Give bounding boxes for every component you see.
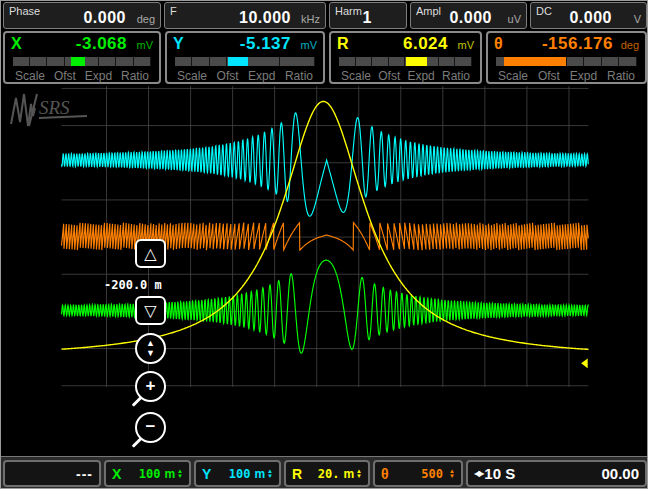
r-ofst-button[interactable]: Ofst [378,69,400,83]
readout-r-value: 6.024 [403,34,448,54]
r-scale-unit: m [343,467,354,481]
r-scale-label: R [292,466,302,482]
horizontal-arrows-icon: ◀▶ [474,469,482,478]
scope-traces [1,86,648,456]
y-ofst-button[interactable]: Ofst [217,69,239,83]
phase-field[interactable]: Phase 0.000 deg [3,2,161,29]
amplitude-label: Ampl [416,5,441,17]
theta-scale-spinner-icon[interactable]: ▲▼ [449,469,455,479]
readout-panel-y[interactable]: Y -5.137 mV Scale Ofst Expd Ratio [165,31,325,84]
readout-y-label: Y [173,35,184,53]
zoom-in-button[interactable]: + [135,371,166,402]
frequency-label: F [170,5,177,17]
readout-theta-value: -156.176 [542,34,613,54]
pan-up-icon: ▲ [146,340,155,347]
theta-ratio-button[interactable]: Ratio [607,69,635,83]
srs-logo: SRS [7,92,93,128]
y-ratio-button[interactable]: Ratio [285,69,313,83]
readout-r-label: R [337,35,349,53]
zoom-out-icon: − [146,418,156,435]
y-expd-button[interactable]: Expd [248,69,275,83]
y-scale-label: Y [202,466,211,482]
frequency-value: 10.000 [239,11,291,25]
x-scale-value: 100 [139,467,161,481]
srs-logo-text: SRS [39,97,70,118]
r-scale-spinner-icon[interactable]: ▲▼ [356,469,362,479]
x-expd-button[interactable]: Expd [85,69,112,83]
r-scale-value: 20. [318,467,340,481]
x-scale-label: X [112,466,121,482]
y-scale-cell[interactable]: Y 100 m ▲▼ [194,460,281,487]
y-scale-spinner-icon[interactable]: ▲▼ [267,469,273,479]
y-scale-button[interactable]: Scale [177,69,207,83]
dc-unit: V [615,13,641,25]
readout-theta-bar-indicator [504,57,566,66]
readout-r-unit: mV [448,39,474,51]
readout-panel-theta[interactable]: θ -156.176 deg Scale Ofst Expd Ratio [486,31,647,84]
r-scale-button[interactable]: Scale [341,69,371,83]
scale-up-button[interactable]: △ [135,239,166,268]
readout-panel-x[interactable]: X -3.068 mV Scale Ofst Expd Ratio [3,31,161,84]
scale-down-button[interactable]: ▽ [135,296,166,325]
readout-y-bargraph [175,57,315,66]
readout-y-unit: mV [291,39,317,51]
trigger-cell[interactable]: --- [3,460,101,487]
pan-vertical-button[interactable]: ▲ ▼ [135,333,166,364]
readout-theta-label: θ [494,35,503,53]
harmonic-label: Harm [335,5,362,17]
phase-label: Phase [9,5,40,17]
timebase-value: 10 S [484,465,515,482]
harmonic-value: 1 [363,11,372,25]
offset-readout: -200.0 m [104,278,162,292]
harmonic-field[interactable]: Harm 1 [329,2,407,29]
readout-y-value: -5.137 [240,34,291,54]
theta-scale-cell[interactable]: θ 500 ▲▼ [373,460,463,487]
theta-scale-label: θ [381,466,389,482]
x-ofst-button[interactable]: Ofst [54,69,76,83]
frequency-field[interactable]: F 10.000 kHz [164,2,326,29]
dc-field[interactable]: DC 0.000 V [530,2,647,29]
readout-r-bar-indicator [406,57,427,66]
trigger-value: --- [76,466,93,482]
readout-theta-bargraph [496,57,637,66]
dc-value: 0.000 [569,11,612,25]
y-scale-unit: m [254,467,265,481]
readout-x-label: X [11,35,22,53]
scope-display: SRS [1,86,648,456]
x-ratio-button[interactable]: Ratio [121,69,149,83]
zoom-in-icon: + [146,377,156,394]
trace-position-marker [581,358,588,368]
y-scale-value: 100 [229,467,251,481]
phase-value: 0.000 [83,11,126,25]
elapsed-time-value: 00.00 [601,465,639,482]
readout-y-bar-indicator [228,57,248,66]
amplitude-unit: uV [495,13,521,25]
readout-x-bargraph [13,57,151,66]
x-scale-cell[interactable]: X 100 m ▲▼ [104,460,191,487]
down-triangle-icon: ▽ [144,303,156,319]
zoom-out-button[interactable]: − [135,412,166,443]
lockin-screen: Phase 0.000 deg F 10.000 kHz Harm 1 Ampl… [0,0,648,489]
theta-ofst-button[interactable]: Ofst [538,69,560,83]
x-scale-spinner-icon[interactable]: ▲▼ [177,469,183,479]
bottom-scale-bar: --- X 100 m ▲▼ Y 100 m ▲▼ R 20. m ▲▼ θ 5… [1,456,648,489]
theta-expd-button[interactable]: Expd [570,69,597,83]
readout-x-bar-indicator [71,57,85,66]
phase-unit: deg [129,13,155,25]
x-scale-button[interactable]: Scale [15,69,45,83]
readout-x-value: -3.068 [76,34,127,54]
r-expd-button[interactable]: Expd [407,69,434,83]
readout-x-unit: mV [127,39,153,51]
theta-scale-button[interactable]: Scale [498,69,528,83]
r-ratio-button[interactable]: Ratio [442,69,470,83]
x-scale-unit: m [164,467,175,481]
timebase-cell[interactable]: ◀▶ 10 S 00.00 [466,460,647,487]
amplitude-field[interactable]: Ampl 0.000 uV [410,2,527,29]
r-scale-cell[interactable]: R 20. m ▲▼ [284,460,370,487]
up-triangle-icon: △ [144,246,156,262]
amplitude-value: 0.000 [449,11,492,25]
readout-r-bargraph [339,57,472,66]
theta-scale-value: 500 [421,467,443,481]
readout-panel-r[interactable]: R 6.024 mV Scale Ofst Expd Ratio [329,31,482,84]
pan-down-icon: ▼ [146,350,155,357]
